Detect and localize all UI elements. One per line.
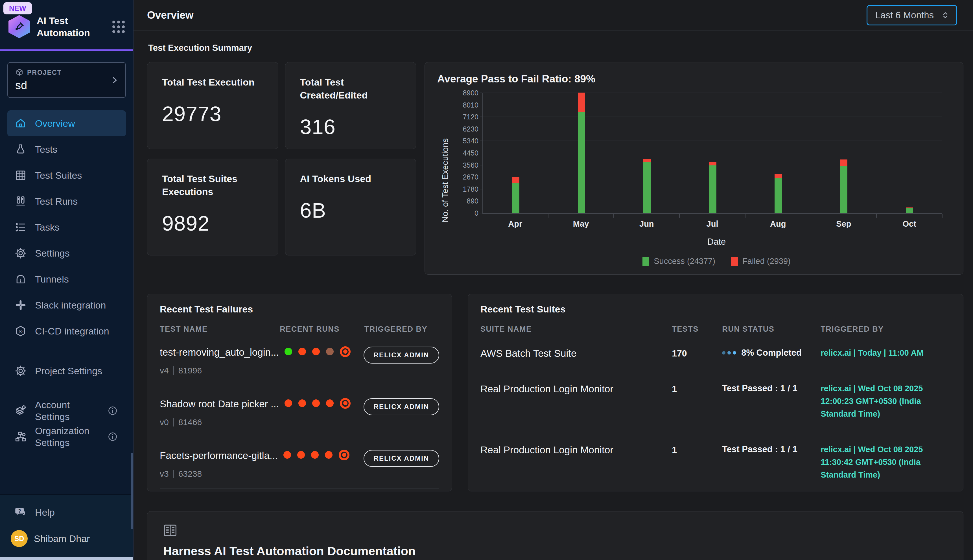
- sidebar-item-label: Overview: [35, 117, 75, 130]
- stat-title: Total Test Execution: [162, 76, 263, 89]
- col-suite-name: SUITE NAME: [480, 325, 666, 333]
- x-tick-label: Aug: [770, 219, 786, 228]
- run-status-dot-icon: [297, 451, 305, 459]
- chart-title: Average Pass to Fail Ratio: 89%: [437, 73, 951, 85]
- test-version-run: v363238: [160, 469, 278, 479]
- recent-runs-dots: [283, 450, 358, 459]
- sidebar-item-account-settings[interactable]: Account Settings: [7, 398, 126, 424]
- gridline: [483, 153, 942, 153]
- sidebar-item-test-runs[interactable]: Test Runs: [7, 188, 126, 214]
- test-name: Facets-performance-gitla...: [160, 450, 278, 461]
- suite-tests-count: 1: [672, 443, 716, 455]
- failure-row[interactable]: Shadow root Date picker ...v081466RELICX…: [160, 385, 439, 437]
- legend-label: Success (24377): [654, 257, 715, 266]
- suite-row[interactable]: Real Production Login Monitor1Test Passe…: [480, 430, 951, 491]
- suite-row[interactable]: AWS Batch Test Suite1708% Completedrelic…: [480, 333, 951, 369]
- sidebar-item-tasks[interactable]: Tasks: [7, 214, 126, 240]
- bar-oct: [906, 207, 913, 213]
- bar-aug: [775, 174, 782, 213]
- sidebar-item-tunnels[interactable]: Tunnels: [7, 266, 126, 292]
- home-icon: [15, 117, 27, 129]
- sidebar-bottom-panel: ? Help SD Shibam Dhar: [0, 494, 133, 560]
- sidebar-vertical-scrollbar[interactable]: [131, 453, 133, 529]
- chart-x-labels: AprMayJunJulAugSepOct: [482, 214, 942, 230]
- stat-value: 6B: [300, 198, 402, 222]
- col-recent-runs: RECENT RUNS: [280, 325, 358, 333]
- x-tick: [548, 214, 548, 218]
- sidebar-item-tests[interactable]: Tests: [7, 136, 126, 162]
- run-status-dot-icon: [283, 451, 291, 459]
- tasks-icon: [15, 221, 27, 233]
- y-tick-label: 4450: [463, 149, 478, 157]
- run-status-dot-icon: [312, 348, 320, 355]
- y-tick: [480, 189, 482, 189]
- failure-row[interactable]: Copilot: Classified: Leave...v663129RELI…: [160, 488, 439, 492]
- sidebar-item-label: Project Settings: [35, 365, 102, 377]
- sidebar-horizontal-scrollbar[interactable]: [0, 557, 133, 560]
- suite-triggered-by: relicx.ai | Wed Oct 08 2025 11:30:42 GMT…: [821, 443, 951, 481]
- suites-title: Recent Test Suites: [480, 304, 951, 315]
- suite-name: Real Production Login Monitor: [480, 382, 666, 395]
- bar-apr: [512, 177, 520, 213]
- project-name: sd: [15, 79, 118, 92]
- project-label: PROJECT: [27, 69, 62, 77]
- suite-row[interactable]: Real Production Login Monitor1Test Passe…: [480, 491, 951, 492]
- tunnel-icon: [15, 273, 27, 285]
- test-version-run: v081466: [160, 417, 279, 427]
- date-range-select[interactable]: Last 6 Months: [866, 5, 957, 25]
- svg-text:?: ?: [18, 508, 21, 513]
- suite-run-status: Test Passed : 1 / 1: [722, 382, 815, 393]
- stat-card-total-test-execution: Total Test Execution29773: [147, 62, 278, 149]
- suite-row[interactable]: Real Production Login Monitor1Test Passe…: [480, 369, 951, 430]
- y-tick: [480, 165, 482, 165]
- x-tick: [613, 214, 614, 218]
- suite-status-text: Test Passed : 1 / 1: [722, 383, 797, 393]
- col-triggered-by: TRIGGERED BY: [365, 325, 439, 333]
- sidebar-item-project-settings[interactable]: Project Settings: [7, 358, 126, 384]
- failed-segment: [775, 174, 782, 178]
- nav-divider: [7, 351, 126, 351]
- bar-jul: [709, 162, 716, 213]
- sidebar-item-test-suites[interactable]: Test Suites: [7, 162, 126, 188]
- x-tick-label: Oct: [903, 219, 916, 228]
- failure-row[interactable]: Facets-performance-gitla...v363238RELICX…: [160, 437, 439, 488]
- sidebar-nav: OverviewTestsTest SuitesTest RunsTasksSe…: [0, 110, 133, 344]
- slack-icon: [15, 299, 27, 311]
- gridline: [483, 117, 942, 117]
- recent-runs-dots: [285, 398, 358, 407]
- content: Test Execution Summary Total Test Execut…: [133, 30, 973, 560]
- failed-segment: [512, 177, 520, 183]
- suite-name: Real Production Login Monitor: [480, 443, 666, 455]
- help-item[interactable]: ? Help: [7, 502, 126, 522]
- failure-triggered-cell: RELICX ADMIN: [363, 398, 439, 415]
- stat-title: Total Test Suites Executions: [162, 172, 263, 198]
- help-label: Help: [35, 507, 55, 518]
- info-icon[interactable]: [107, 405, 118, 417]
- user-name: Shibam Dhar: [34, 533, 90, 544]
- sidebar-item-overview[interactable]: Overview: [7, 110, 126, 136]
- sidebar-item-label: Tests: [35, 143, 57, 155]
- y-tick: [480, 105, 482, 105]
- user-menu[interactable]: SD Shibam Dhar: [7, 522, 126, 555]
- accent-divider: [0, 49, 133, 51]
- failure-row[interactable]: test-removing_auto_login...v481996RELICX…: [160, 333, 439, 385]
- triggered-by-button[interactable]: RELICX ADMIN: [363, 398, 439, 415]
- sidebar-item-slack-integration[interactable]: Slack integration: [7, 292, 126, 318]
- triggered-by-button[interactable]: RELICX ADMIN: [363, 450, 439, 467]
- suite-tests-count: 170: [672, 347, 716, 359]
- legend-swatch: [731, 257, 738, 266]
- sidebar-item-organization-settings[interactable]: Organization Settings: [7, 424, 126, 450]
- stat-card-total-test-created-edited: Total Test Created/Edited316: [285, 62, 417, 149]
- project-selector[interactable]: PROJECT sd: [7, 62, 126, 98]
- info-icon[interactable]: [107, 431, 118, 443]
- run-status-dot-icon: [298, 348, 306, 355]
- sidebar-item-ci-cd-integration[interactable]: ∞CI-CD integration: [7, 318, 126, 344]
- failures-title: Recent Test Failures: [160, 304, 439, 315]
- suite-triggered-by: relicx.ai | Wed Oct 08 2025 12:00:23 GMT…: [821, 382, 951, 420]
- recent-test-failures-card: Recent Test Failures TEST NAME RECENT RU…: [147, 294, 452, 492]
- triggered-by-button[interactable]: RELICX ADMIN: [363, 347, 439, 363]
- sidebar-item-settings[interactable]: Settings: [7, 240, 126, 266]
- y-tick-label: 6230: [463, 125, 478, 133]
- app-switcher-icon[interactable]: [112, 21, 125, 33]
- test-run-id: 63238: [178, 469, 202, 479]
